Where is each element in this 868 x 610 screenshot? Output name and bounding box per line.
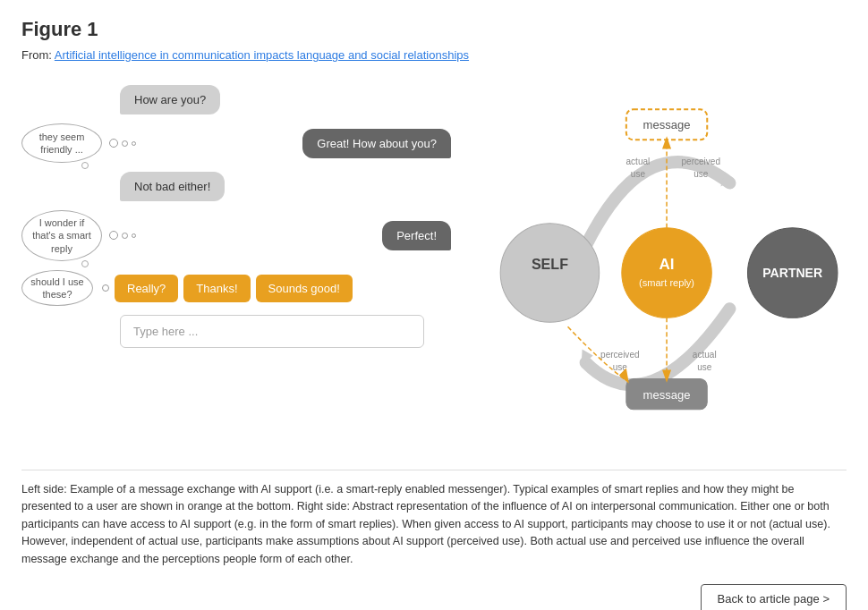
ai-sub-label: (smart reply) bbox=[639, 277, 694, 288]
smart-reply-btn-2[interactable]: Thanks! bbox=[183, 275, 250, 302]
sr-dot-1 bbox=[102, 284, 109, 292]
message-bubble-1: How are you? bbox=[120, 85, 220, 114]
dot-3 bbox=[132, 141, 136, 146]
dot-2 bbox=[122, 140, 128, 147]
message-bubble-4: Perfect! bbox=[382, 221, 451, 250]
perceived-use-top-2: use bbox=[694, 169, 709, 179]
footer-row: Back to article page > bbox=[21, 584, 847, 610]
smart-reply-btn-1[interactable]: Really? bbox=[115, 275, 178, 302]
thought-dots-2 bbox=[109, 231, 136, 240]
article-link[interactable]: Artificial intelligence in communication… bbox=[55, 48, 469, 62]
perceived-use-top: perceived bbox=[681, 157, 720, 166]
thought-bubble-3: should I use these? bbox=[21, 270, 93, 307]
partner-label: PARTNER bbox=[762, 266, 822, 280]
chat-row-4: I wonder if that's a smart reply Perfect… bbox=[21, 210, 451, 261]
svg-marker-8 bbox=[662, 136, 671, 148]
from-line: From: Artificial intelligence in communi… bbox=[21, 48, 847, 62]
actual-use-bottom-2: use bbox=[697, 362, 712, 372]
svg-point-4 bbox=[500, 224, 600, 323]
svg-point-5 bbox=[622, 228, 711, 318]
self-label: SELF bbox=[532, 256, 568, 272]
type-here-input[interactable]: Type here ... bbox=[120, 315, 424, 348]
figure-caption: Left side: Example of a message exchange… bbox=[21, 470, 847, 568]
thought-bubble-2: I wonder if that's a smart reply bbox=[21, 210, 102, 261]
ai-label: AI bbox=[660, 256, 675, 273]
diagram-svg: message message SELF AI (smart reply) PA… bbox=[469, 76, 847, 452]
msg-bottom-label: message bbox=[643, 388, 691, 402]
main-content: How are you? they seem friendly ... Grea… bbox=[21, 76, 847, 452]
chat-row-2: they seem friendly ... Great! How about … bbox=[21, 123, 451, 163]
dot-4 bbox=[109, 231, 118, 240]
chat-panel: How are you? they seem friendly ... Grea… bbox=[21, 76, 451, 452]
actual-use-top: actual bbox=[626, 157, 651, 166]
message-bubble-3: Not bad either! bbox=[120, 172, 225, 201]
smart-reply-btn-3[interactable]: Sounds good! bbox=[256, 275, 353, 302]
message-bubble-2: Great! How about you? bbox=[302, 129, 451, 158]
msg-top-label: message bbox=[643, 118, 691, 131]
actual-use-bottom: actual bbox=[693, 351, 717, 360]
dot-5 bbox=[122, 233, 128, 239]
dot-1 bbox=[109, 139, 118, 148]
dot-6 bbox=[132, 233, 136, 238]
figure-title: Figure 1 bbox=[21, 18, 847, 41]
smart-reply-row: should I use these? Really? Thanks! Soun… bbox=[21, 270, 451, 307]
thought-bubble-1: they seem friendly ... bbox=[21, 123, 102, 163]
chat-row-3: Not bad either! bbox=[120, 172, 451, 201]
thought-dots-1 bbox=[109, 139, 136, 148]
back-to-article-button[interactable]: Back to article page > bbox=[701, 584, 847, 610]
chat-row-1: How are you? bbox=[120, 85, 451, 114]
actual-use-top-2: use bbox=[631, 169, 646, 179]
diagram-panel: message message SELF AI (smart reply) PA… bbox=[469, 76, 847, 452]
from-label: From: bbox=[21, 48, 52, 62]
perceived-use-bottom: perceived bbox=[600, 351, 640, 360]
